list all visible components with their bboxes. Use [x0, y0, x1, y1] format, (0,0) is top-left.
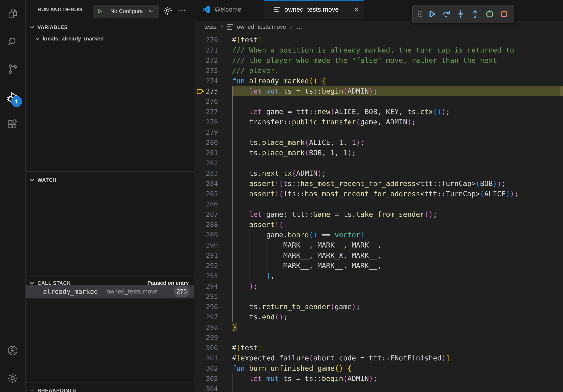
- line-number[interactable]: 279: [194, 127, 218, 137]
- search-icon[interactable]: [0, 28, 25, 55]
- line-number[interactable]: 299: [194, 332, 218, 343]
- views-more-actions-icon[interactable]: ⋯: [176, 3, 188, 16]
- code-line[interactable]: 275 let mut ts = ts::begin(ADMIN);: [194, 86, 563, 96]
- code-line[interactable]: 276: [194, 96, 563, 107]
- code-line[interactable]: 290 MARK__, MARK__, MARK__,: [194, 240, 563, 250]
- line-number[interactable]: 271: [194, 45, 218, 55]
- line-number[interactable]: 280: [194, 137, 218, 148]
- code-line[interactable]: 299: [194, 332, 563, 343]
- line-number[interactable]: 270: [194, 35, 218, 45]
- code-line[interactable]: 292 MARK__, MARK__, MARK__,: [194, 261, 563, 271]
- line-number[interactable]: 297: [194, 312, 218, 322]
- line-number[interactable]: 278: [194, 117, 218, 127]
- code-line[interactable]: 303 let mut ts = ts::begin(ADMIN);: [194, 373, 563, 384]
- code-line[interactable]: 281 ts.place_mark(BOB, 1, 1);: [194, 148, 563, 158]
- run-and-debug-icon[interactable]: 1: [0, 83, 25, 111]
- call-stack-frame-row[interactable]: already_marked owned_tests.move 275: [26, 285, 194, 299]
- line-number[interactable]: 277: [194, 107, 218, 117]
- breadcrumb-item-folder[interactable]: tests: [204, 24, 217, 30]
- debug-stop-icon[interactable]: [498, 8, 510, 20]
- debug-step-over-icon[interactable]: [440, 8, 452, 20]
- code-line[interactable]: 274fun already_marked() {: [194, 76, 563, 86]
- debug-continue-icon[interactable]: [425, 8, 438, 20]
- code-line[interactable]: 291 MARK__, MARK_X, MARK__,: [194, 250, 563, 261]
- code-line[interactable]: 301#[expected_failure(abort_code = ttt::…: [194, 353, 563, 363]
- start-debugging-icon[interactable]: [93, 5, 107, 18]
- code-line[interactable]: 296 ts.return_to_sender(game);: [194, 301, 563, 312]
- explorer-icon[interactable]: [0, 0, 25, 28]
- code-line[interactable]: 287 let game: ttt::Game = ts.take_from_s…: [194, 209, 563, 220]
- code-line[interactable]: 289 game.board() == vector[: [194, 230, 563, 240]
- code-line[interactable]: 304: [194, 384, 563, 392]
- source-control-icon[interactable]: [0, 55, 25, 83]
- line-number[interactable]: 289: [194, 230, 218, 240]
- line-number[interactable]: 286: [194, 199, 218, 209]
- code-line[interactable]: 295: [194, 291, 563, 301]
- line-number[interactable]: 300: [194, 343, 218, 353]
- code-line[interactable]: 279: [194, 127, 563, 137]
- code-line[interactable]: 283 ts.next_tx(ADMIN);: [194, 168, 563, 178]
- debug-restart-icon[interactable]: [484, 8, 496, 20]
- code-line[interactable]: 282: [194, 158, 563, 168]
- close-tab-icon[interactable]: ×: [354, 5, 359, 14]
- code-editor[interactable]: 270#[test]271/// When a position is alre…: [194, 35, 563, 392]
- code-line[interactable]: 293 ],: [194, 271, 563, 281]
- code-line[interactable]: 300#[test]: [194, 343, 563, 353]
- line-number[interactable]: 282: [194, 158, 218, 168]
- code-line[interactable]: 272/// the player who made the "false" m…: [194, 55, 563, 65]
- code-line[interactable]: 278 transfer::public_transfer(game, ADMI…: [194, 117, 563, 127]
- line-number[interactable]: 276: [194, 96, 218, 107]
- code-line[interactable]: 298}: [194, 322, 563, 332]
- line-number[interactable]: 296: [194, 301, 218, 312]
- variables-scope-row[interactable]: locals: already_marked: [26, 33, 194, 44]
- debug-config-dropdown[interactable]: No Configura: [93, 5, 159, 18]
- line-number[interactable]: 287: [194, 209, 218, 220]
- settings-gear-icon[interactable]: [0, 364, 25, 392]
- code-line[interactable]: 302fun burn_unfinished_game() {: [194, 363, 563, 373]
- code-line[interactable]: 273/// player.: [194, 65, 563, 76]
- line-number[interactable]: 290: [194, 240, 218, 250]
- line-number[interactable]: 275: [194, 86, 218, 96]
- code-line[interactable]: 271/// When a position is already marked…: [194, 45, 563, 55]
- tab-owned-tests-move[interactable]: owned_tests.move ×: [264, 0, 364, 19]
- toolbar-drag-grip[interactable]: [416, 10, 423, 19]
- tab-welcome[interactable]: Welcome: [194, 0, 264, 19]
- line-number[interactable]: 292: [194, 261, 218, 271]
- line-number[interactable]: 288: [194, 220, 218, 230]
- line-number[interactable]: 291: [194, 250, 218, 261]
- code-line[interactable]: 285 assert!(!ts::has_most_recent_for_add…: [194, 189, 563, 199]
- extensions-icon[interactable]: [0, 111, 25, 138]
- line-number[interactable]: 304: [194, 384, 218, 392]
- line-number[interactable]: 294: [194, 281, 218, 291]
- line-number[interactable]: 295: [194, 291, 218, 301]
- code-line[interactable]: 297 ts.end();: [194, 312, 563, 322]
- code-line[interactable]: 277 let game = ttt::new(ALICE, BOB, KEY,…: [194, 107, 563, 117]
- breadcrumb-item-symbol[interactable]: …: [296, 24, 302, 30]
- variables-section-header[interactable]: VARIABLES: [26, 21, 194, 33]
- line-number[interactable]: 274: [194, 76, 218, 86]
- code-line[interactable]: 270#[test]: [194, 35, 563, 45]
- code-line[interactable]: 294 );: [194, 281, 563, 291]
- line-number[interactable]: 293: [194, 271, 218, 281]
- watch-section-header[interactable]: WATCH: [26, 174, 194, 186]
- code-line[interactable]: 286: [194, 199, 563, 209]
- code-line[interactable]: 288 assert!(: [194, 220, 563, 230]
- line-number[interactable]: 303: [194, 373, 218, 384]
- line-number[interactable]: 301: [194, 353, 218, 363]
- breakpoints-section-header[interactable]: BREAKPOINTS: [26, 384, 194, 392]
- line-number[interactable]: 302: [194, 363, 218, 373]
- code-line[interactable]: 280 ts.place_mark(ALICE, 1, 1);: [194, 137, 563, 148]
- debug-step-out-icon[interactable]: [469, 8, 481, 20]
- breadcrumb-item-file[interactable]: owned_tests.move: [237, 24, 286, 30]
- accounts-icon[interactable]: [0, 337, 25, 364]
- line-number[interactable]: 284: [194, 178, 218, 189]
- line-number[interactable]: 273: [194, 65, 218, 76]
- launch-settings-gear-icon[interactable]: [161, 4, 174, 17]
- debug-step-into-icon[interactable]: [455, 8, 467, 20]
- line-number[interactable]: 272: [194, 55, 218, 65]
- line-number[interactable]: 298: [194, 322, 218, 332]
- code-line[interactable]: 284 assert!(ts::has_most_recent_for_addr…: [194, 178, 563, 189]
- line-number[interactable]: 281: [194, 148, 218, 158]
- line-number[interactable]: 283: [194, 168, 218, 178]
- line-number[interactable]: 285: [194, 189, 218, 199]
